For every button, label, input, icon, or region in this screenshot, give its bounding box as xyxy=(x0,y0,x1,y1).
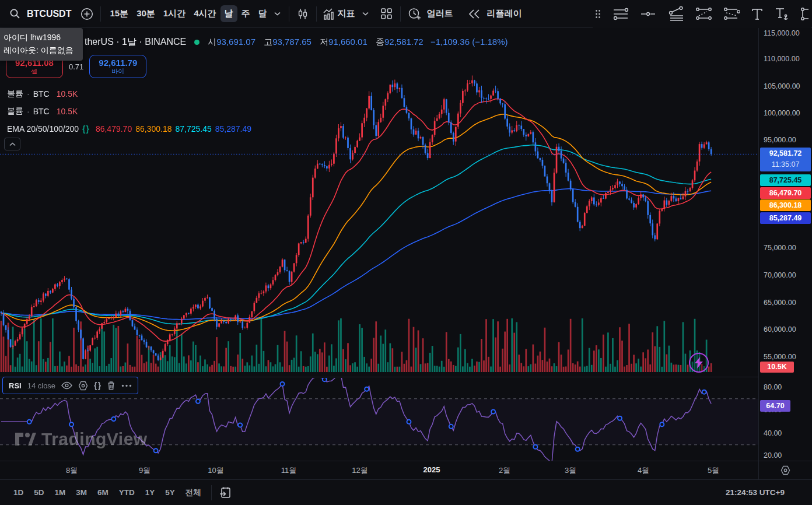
interval-4h[interactable]: 4시간 xyxy=(190,5,220,22)
indicators-chevron-down-icon[interactable] xyxy=(359,5,372,23)
tradingview-app: BTCUSDT 15분 30분 1시간 4시간 날 주 달 지표 xyxy=(0,0,812,505)
drawing-favorites-toolbar xyxy=(593,0,811,28)
replay-icon[interactable] xyxy=(466,5,483,23)
time-tick: 9월 xyxy=(139,465,150,476)
spread-value: 0.71 xyxy=(69,62,83,71)
alert-label[interactable]: 얼러트 xyxy=(423,5,457,22)
replay-label[interactable]: 리플레이 xyxy=(483,5,526,22)
range-1d[interactable]: 1D xyxy=(8,485,29,500)
price-tick: 70,000.00 xyxy=(764,271,796,279)
trend-lines-tool-icon[interactable] xyxy=(612,7,629,21)
volume-legend-row-2[interactable]: 볼륨 · BTC 10.5K xyxy=(7,103,251,120)
price-tick: 65,000.00 xyxy=(764,299,796,307)
indicators-icon[interactable] xyxy=(321,5,337,23)
range-6m[interactable]: 6M xyxy=(92,485,114,500)
rsi-title: RSI xyxy=(9,381,22,390)
horizontal-line-tool-icon[interactable] xyxy=(640,7,656,21)
divider xyxy=(316,6,317,22)
rsi-value-badge: 64.70 xyxy=(760,400,790,412)
indicators-label[interactable]: 지표 xyxy=(337,5,359,22)
ema200-value: 85,287.49 xyxy=(215,124,251,134)
divider xyxy=(289,6,289,22)
ema-legend-row[interactable]: EMA 20/50/100/200 {} 86,479.70 86,300.18… xyxy=(7,120,251,138)
rectangle-tool-icon[interactable] xyxy=(800,7,808,21)
low-label: 저 xyxy=(320,37,328,47)
range-1y[interactable]: 1Y xyxy=(140,485,160,500)
legend-collapse-button[interactable] xyxy=(4,138,20,150)
separator-dot: · xyxy=(27,89,30,99)
sell-label: 셀 xyxy=(32,68,38,75)
divider xyxy=(100,6,101,22)
anchored-text-tool-icon[interactable] xyxy=(775,7,789,21)
time-tick: 2월 xyxy=(499,465,510,476)
symbol-title[interactable]: therUS · 1날 · BINANCE xyxy=(85,36,186,48)
volume-label: 볼륨 xyxy=(7,106,23,117)
source-code-braces-icon[interactable]: {} xyxy=(82,124,90,134)
price-axis[interactable]: 115,000.00 110,000.00 105,000.00 100,000… xyxy=(759,28,812,461)
time-tick: 11월 xyxy=(281,465,297,476)
settings-hexagon-icon[interactable] xyxy=(78,381,88,391)
interval-1d-selected[interactable]: 날 xyxy=(220,5,237,22)
rsi-tick: 20.00 xyxy=(764,451,782,460)
volume-symbol: BTC xyxy=(33,89,50,99)
interval-1h[interactable]: 1시간 xyxy=(159,5,190,22)
clock-utc[interactable]: 21:24:53 UTC+9 xyxy=(726,488,785,497)
interval-chevron-down-icon[interactable] xyxy=(271,5,284,23)
parallel-channel-tool-icon[interactable] xyxy=(695,6,712,22)
low-value: 91,660.01 xyxy=(328,37,368,47)
go-to-date-icon[interactable] xyxy=(216,484,234,502)
time-axis[interactable]: 7월 8월 9월 10월 11월 12월 2025 2월 3월 4월 5월 xyxy=(0,461,758,479)
open-label: 시 xyxy=(208,37,216,47)
ema20-price-badge: 86,479.70 xyxy=(760,187,811,199)
range-all[interactable]: 전체 xyxy=(180,485,206,501)
interval-30m[interactable]: 30분 xyxy=(132,5,159,22)
source-code-icon[interactable]: { } xyxy=(94,381,101,390)
tooltip-user-id: 아이디 lhw1996 xyxy=(4,31,77,44)
range-5d[interactable]: 5D xyxy=(29,485,49,500)
volume-legend-row-1[interactable]: 볼륨 · BTC 10.5K xyxy=(7,85,251,103)
drag-handle-icon[interactable] xyxy=(595,9,601,19)
price-chart-pane[interactable] xyxy=(0,28,758,378)
time-tick: 3월 xyxy=(565,465,576,476)
interval-15m[interactable]: 15분 xyxy=(106,5,132,22)
high-label: 고 xyxy=(264,37,272,47)
separator-dot: · xyxy=(27,107,30,116)
range-5y[interactable]: 5Y xyxy=(160,485,180,500)
ema200-price-badge: 85,287.49 xyxy=(760,212,811,224)
axis-settings-corner[interactable] xyxy=(758,461,812,479)
more-options-icon[interactable] xyxy=(121,384,132,387)
ema50-price-badge: 86,300.18 xyxy=(760,199,811,211)
chart-type-candles-icon[interactable] xyxy=(294,5,312,23)
divider xyxy=(400,6,401,22)
rsi-tick: 40.00 xyxy=(764,429,782,437)
delete-trash-icon[interactable] xyxy=(107,381,116,390)
close-label: 종 xyxy=(376,37,384,47)
buy-button[interactable]: 92,611.79 바이 xyxy=(89,55,146,78)
range-1m[interactable]: 1M xyxy=(50,485,71,500)
range-ytd[interactable]: YTD xyxy=(114,485,140,500)
layout-grid-icon[interactable] xyxy=(378,5,396,23)
interval-1mo[interactable]: 달 xyxy=(254,5,271,22)
range-3m[interactable]: 3M xyxy=(71,485,92,500)
bar-countdown: 11:35:07 xyxy=(760,159,811,170)
volume-value-badge: 10.5K xyxy=(760,362,794,373)
disjoint-channel-tool-icon[interactable] xyxy=(723,6,740,22)
symbol-search-button[interactable]: BTCUSDT xyxy=(23,6,75,22)
alert-clock-icon[interactable] xyxy=(405,5,423,23)
text-tool-icon[interactable] xyxy=(751,8,763,20)
rsi-legend[interactable]: RSI 14 close { } xyxy=(2,377,138,394)
visibility-eye-icon[interactable] xyxy=(61,381,72,390)
quick-trade-lightning-icon[interactable] xyxy=(689,353,709,373)
time-tick-year: 2025 xyxy=(424,465,440,474)
time-tick: 4월 xyxy=(638,465,649,476)
compare-add-icon[interactable] xyxy=(78,5,96,23)
volume-value: 10.5K xyxy=(57,107,78,116)
ema20-value: 86,479.70 xyxy=(96,124,132,134)
change-value: −1,109.36 (−1.18%) xyxy=(430,37,508,47)
price-tick: 100,000.00 xyxy=(764,109,800,117)
close-value: 92,581.72 xyxy=(384,37,424,47)
fib-retracement-tool-icon[interactable] xyxy=(667,6,684,22)
search-icon[interactable] xyxy=(6,5,23,23)
price-tick: 95,000.00 xyxy=(764,136,796,144)
interval-1w[interactable]: 주 xyxy=(237,5,254,22)
